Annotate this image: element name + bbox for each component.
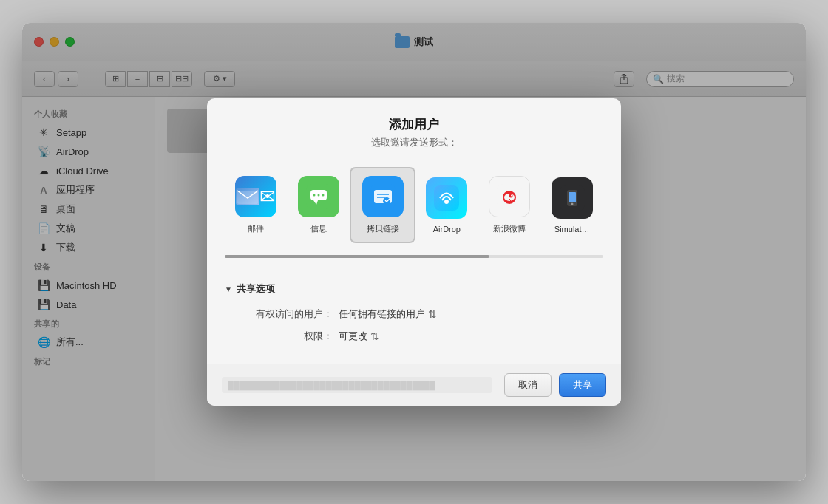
permission-label: 权限： [237,330,333,343]
stepper-icon-permission: ⇅ [370,330,379,342]
share-option-mail[interactable]: 邮件 [225,168,288,242]
svg-point-15 [444,200,449,204]
svg-point-20 [511,195,512,197]
triangle-icon: ▼ [225,285,232,293]
sharing-row-access: 有权访问的用户： 任何拥有链接的用户 ⇅ [225,307,603,321]
access-label: 有权访问的用户： [237,307,333,321]
share-options-row: 邮件 信息 [207,155,621,255]
airdrop-label: AirDrop [433,225,461,234]
cancel-button[interactable]: 取消 [504,373,552,397]
message-icon [298,176,339,217]
dialog-header: 添加用户 选取邀请发送形式： [207,98,621,155]
svg-rect-14 [434,185,459,211]
mail-icon [235,176,276,217]
share-option-airdrop[interactable]: AirDrop [415,170,478,241]
sharing-options-header: ▼ 共享选项 [225,282,603,296]
dialog-subtitle: 选取邀请发送形式： [225,136,603,149]
message-label: 信息 [310,223,327,234]
weibo-label: 新浪微博 [493,223,526,234]
svg-point-6 [313,194,316,197]
add-user-dialog: 添加用户 选取邀请发送形式： [207,98,621,406]
share-scrollbar-thumb [225,255,489,258]
svg-point-8 [322,194,325,197]
share-option-simulator[interactable]: Simulat… [540,170,603,241]
sharing-row-permission: 权限： 可更改 ⇅ [225,330,603,343]
svg-point-24 [571,202,573,205]
permission-value: 可更改 [339,330,367,343]
share-scrollbar [225,255,603,258]
finder-window: 测试 ‹ › ⊞ ≡ ⊟ ⊟⊟ ⚙ ▾ 🔍 搜索 [22,23,806,481]
sharing-options-title: 共享选项 [237,282,275,296]
dialog-buttons: 取消 共享 [504,373,606,397]
dialog-title: 添加用户 [225,116,603,133]
share-button[interactable]: 共享 [559,373,606,397]
stepper-icon-access: ⇅ [428,308,437,320]
access-value-control[interactable]: 任何拥有链接的用户 ⇅ [339,307,437,321]
svg-rect-23 [569,192,576,202]
simulator-icon [552,177,593,219]
mail-label: 邮件 [248,223,264,234]
link-preview: ████████████████████████████████████ [222,377,492,393]
share-option-weibo[interactable]: 新浪微博 [478,168,541,242]
link-preview-text: ████████████████████████████████████ [228,381,435,389]
share-option-copylink[interactable]: 拷贝链接 [350,167,415,243]
access-value: 任何拥有链接的用户 [339,307,425,321]
permission-value-control[interactable]: 可更改 ⇅ [339,330,379,343]
sharing-options-section: ▼ 共享选项 有权访问的用户： 任何拥有链接的用户 ⇅ 权限： 可更改 ⇅ [207,270,621,364]
copylink-label: 拷贝链接 [367,223,399,234]
svg-point-7 [318,194,320,197]
airdrop-icon [426,177,467,219]
share-option-message[interactable]: 信息 [288,168,350,242]
dialog-footer: ████████████████████████████████████ 取消 … [207,364,621,406]
simulator-label: Simulat… [554,225,590,234]
copylink-icon [362,176,404,217]
weibo-icon [489,176,530,217]
modal-overlay: 添加用户 选取邀请发送形式： [22,23,806,481]
